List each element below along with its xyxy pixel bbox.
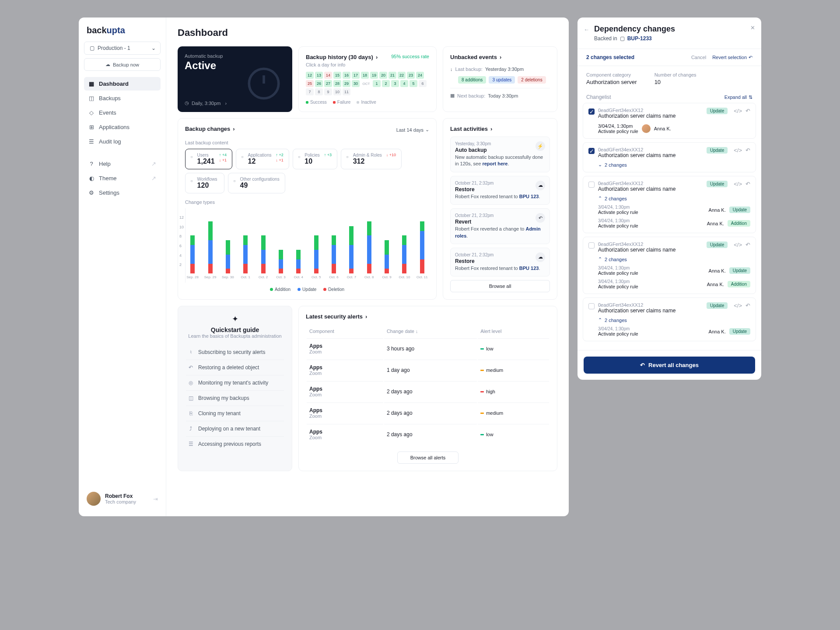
alert-row[interactable]: AppsZoom2 days agohigh (307, 381, 549, 402)
activities-title[interactable]: Last activities› (450, 126, 550, 132)
logout-icon[interactable]: ⇥ (153, 496, 158, 502)
calendar-day[interactable]: 30 (352, 80, 360, 87)
code-icon[interactable]: </> (734, 108, 742, 114)
checkbox[interactable]: ✓ (588, 108, 595, 115)
browse-all-button[interactable]: Browse all (450, 280, 550, 292)
calendar-day[interactable]: 19 (370, 72, 378, 79)
changes-title[interactable]: Backup changes› (185, 126, 235, 132)
calendar-day[interactable]: 27 (324, 80, 332, 87)
calendar-day[interactable]: 21 (388, 72, 396, 79)
alert-row[interactable]: AppsZoom3 hours agolow (307, 338, 549, 359)
quickstart-link[interactable]: ↶Restoring a deleted object (186, 360, 284, 375)
calendar-day[interactable]: 6 (419, 80, 427, 87)
calendar-day[interactable]: 29 (343, 80, 350, 87)
metric-policies[interactable]: ▫Policies10↑ +3 (293, 149, 337, 169)
profile[interactable]: Robert Fox Tech company ⇥ (84, 489, 161, 508)
browse-alerts-button[interactable]: Browse all alerts (397, 452, 458, 464)
expand-toggle[interactable]: ⌄2 changes (588, 162, 750, 168)
revert-all-button[interactable]: ↶Revert all changes (584, 357, 755, 374)
activity-item[interactable]: October 21, 2:32pmRestoreRobert Fox rest… (450, 176, 550, 205)
alert-row[interactable]: AppsZoom2 days agolow (307, 424, 549, 444)
checkbox[interactable] (588, 303, 595, 309)
close-icon[interactable]: ✕ (750, 24, 755, 31)
quickstart-link[interactable]: ⤴Deploying on a new tenant (186, 421, 284, 436)
undo-icon[interactable]: ↶ (746, 242, 750, 248)
calendar-day[interactable]: 14 (324, 72, 332, 79)
quickstart-link[interactable]: ☰Accessing previous reports (186, 436, 284, 452)
code-icon[interactable]: </> (734, 147, 742, 154)
calendar-day[interactable]: 28 (333, 80, 341, 87)
calendar-day[interactable]: 16 (343, 72, 350, 79)
backup-now-button[interactable]: ☁Backup now (84, 58, 161, 71)
code-icon[interactable]: </> (734, 181, 742, 187)
code-icon[interactable]: </> (734, 242, 742, 248)
metric-workflows[interactable]: ▫Workflows120 (185, 173, 224, 193)
calendar-day[interactable]: 13 (315, 72, 323, 79)
activity-item[interactable]: October 21, 2:32pmRevertRobert Fox rever… (450, 208, 550, 244)
cancel-link[interactable]: Cancel (691, 55, 706, 60)
nav-backups[interactable]: ◫Backups (84, 91, 161, 105)
collapse-toggle[interactable]: ⌃2 changes (588, 317, 750, 323)
code-icon[interactable]: </> (734, 302, 742, 309)
calendar-day[interactable]: 22 (398, 72, 406, 79)
history-title[interactable]: Backup history (30 days)› (306, 54, 378, 60)
alert-row[interactable]: AppsZoom1 day agomedium (307, 360, 549, 380)
calendar-day[interactable]: 23 (407, 72, 415, 79)
calendar-day[interactable]: 17 (352, 72, 360, 79)
quickstart-link[interactable]: ◫Browsing my backups (186, 390, 284, 406)
calendar-day[interactable]: 26 (315, 80, 323, 87)
calendar-day[interactable]: 20 (379, 72, 387, 79)
metric-other-configurations[interactable]: ▫Other configurations49 (228, 173, 285, 193)
alert-row[interactable]: AppsZoom2 days agomedium (307, 402, 549, 423)
nav-help[interactable]: ?Help↗ (84, 157, 161, 171)
calendar-day[interactable]: 3 (391, 80, 399, 87)
checkbox[interactable] (588, 182, 595, 188)
undo-icon[interactable]: ↶ (746, 302, 750, 309)
calendar-day[interactable]: 25 (306, 80, 314, 87)
revert-selection-link[interactable]: Revert selection↶ (712, 55, 752, 60)
undo-icon[interactable]: ↶ (746, 181, 750, 187)
chart-bar: Oct. 2 (256, 235, 270, 279)
collapse-toggle[interactable]: ⌃2 changes (588, 256, 750, 262)
nav-applications[interactable]: ⊞Applications (84, 120, 161, 134)
activity-item[interactable]: October 21, 2:32pmRestoreRobert Fox rest… (450, 248, 550, 276)
checkbox[interactable]: ✓ (588, 148, 595, 154)
calendar-day[interactable]: 4 (400, 80, 408, 87)
calendar-day[interactable]: 8 (315, 88, 323, 95)
undo-icon[interactable]: ↶ (746, 147, 750, 154)
expand-all-link[interactable]: Expand all⇅ (724, 94, 752, 100)
chevron-right-icon[interactable]: › (225, 101, 227, 106)
environment-select[interactable]: ▢Production - 1 ⌄ (84, 42, 161, 55)
calendar-day[interactable]: 2 (382, 80, 390, 87)
alerts-title[interactable]: Latest security alerts› (306, 313, 550, 320)
unbacked-title[interactable]: Unbacked events› (450, 54, 550, 60)
calendar-day[interactable]: 7 (306, 88, 314, 95)
quickstart-icon: ⎘ (188, 410, 194, 416)
calendar-day[interactable]: 9 (324, 88, 332, 95)
calendar-day[interactable]: 12 (306, 72, 314, 79)
nav-audit log[interactable]: ☰Audit log (84, 135, 161, 148)
nav-dashboard[interactable]: ▦Dashboard (84, 77, 161, 91)
metric-users[interactable]: ▫Users1,241↑ +4↓ +1 (185, 149, 232, 169)
calendar-day[interactable]: 24 (416, 72, 424, 79)
calendar-day[interactable]: 11 (343, 88, 350, 95)
collapse-toggle[interactable]: ⌃2 changes (588, 196, 750, 201)
undo-icon[interactable]: ↶ (746, 108, 750, 114)
calendar-day[interactable]: 10 (333, 88, 341, 95)
nav-theme[interactable]: ◐Theme↗ (84, 172, 161, 185)
nav-settings[interactable]: ⚙Settings (84, 186, 161, 200)
calendar-day[interactable]: 5 (410, 80, 417, 87)
nav-events[interactable]: ◇Events (84, 106, 161, 119)
calendar-day[interactable]: 15 (333, 72, 341, 79)
metric-applications[interactable]: ▫Applications12↑ +2↓ +1 (236, 149, 289, 169)
quickstart-link[interactable]: ♮Subscribing to security alerts (186, 345, 284, 360)
quickstart-link[interactable]: ◎Monitoring my tenant's activity (186, 375, 284, 390)
quickstart-link[interactable]: ⎘Cloning my tenant (186, 406, 284, 421)
range-select[interactable]: Last 14 days⌄ (396, 127, 429, 133)
checkbox[interactable] (588, 242, 595, 248)
back-icon[interactable]: ← (584, 26, 589, 33)
calendar-day[interactable]: 18 (361, 72, 369, 79)
calendar-day[interactable]: 1 (373, 80, 381, 87)
activity-item[interactable]: Yesterday, 3:30pmAuto backupNew automati… (450, 136, 550, 172)
metric-admin-&-roles[interactable]: ▫Admin & Roles312↓ +10 (341, 149, 402, 169)
